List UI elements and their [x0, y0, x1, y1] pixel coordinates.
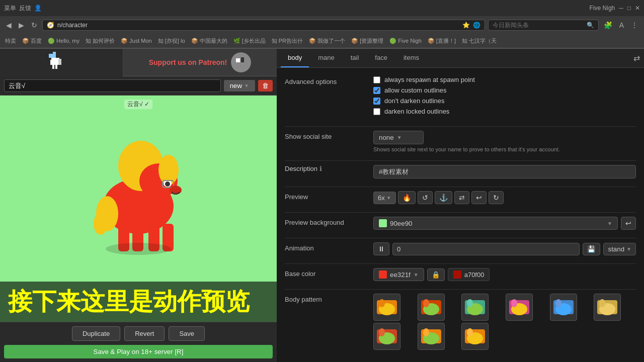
search-input[interactable]: [493, 22, 584, 29]
pattern-item-9[interactable]: [461, 323, 489, 350]
preview-undo-btn[interactable]: ↩: [471, 191, 487, 204]
translate-icon: 🌐: [473, 22, 480, 29]
user-icon[interactable]: 👤: [34, 5, 42, 12]
preview-refresh-btn[interactable]: ↺: [418, 191, 433, 204]
new-button[interactable]: new ▼: [224, 80, 255, 92]
more-btn[interactable]: ⋮: [629, 20, 640, 30]
animation-type-button[interactable]: stand ▼: [603, 243, 636, 255]
divider-3: [285, 187, 636, 187]
description-content: [373, 165, 636, 178]
description-label: Description: [285, 165, 317, 172]
zoom-button[interactable]: 6x ▼: [373, 192, 396, 204]
bookmark-1[interactable]: 📦 百度: [20, 37, 44, 45]
character-name-input[interactable]: [4, 79, 221, 92]
save-button[interactable]: Save: [169, 326, 205, 341]
pony-svg: [53, 96, 224, 266]
pattern-item-8[interactable]: [418, 323, 445, 350]
close-btn[interactable]: ✕: [635, 5, 640, 12]
bookmark-4[interactable]: 📦 Just Mon: [119, 37, 154, 45]
animation-label: Animation: [285, 242, 365, 252]
right-panel[interactable]: body mane tail face items ⇄ Advanced opt…: [277, 49, 644, 362]
forward-button[interactable]: ▶: [17, 20, 26, 30]
pattern-item-2[interactable]: [418, 294, 445, 321]
translate-btn[interactable]: A: [617, 20, 626, 30]
support-text[interactable]: Support us on Patreon!: [149, 58, 227, 66]
bookmark-11[interactable]: 🟢 Five Nigh: [387, 37, 424, 45]
social-dropdown[interactable]: none ▼: [373, 131, 424, 144]
browser-titlebar: 菜单 反馈 👤 Five Nigh ─ □ ✕: [0, 0, 644, 16]
animation-save-button[interactable]: 💾: [583, 243, 600, 255]
duplicate-button[interactable]: Duplicate: [72, 326, 120, 341]
tab-body[interactable]: body: [281, 49, 309, 67]
minimize-btn[interactable]: ─: [619, 5, 623, 12]
tab-face[interactable]: face: [368, 49, 394, 67]
bg-reset-button[interactable]: ↩: [621, 217, 636, 230]
bookmark-9[interactable]: 📦 我做了一个: [307, 37, 347, 45]
preview-anchor-btn[interactable]: ⚓: [435, 191, 452, 204]
show-social-section: Show social site none ▼ Shows social sit…: [285, 131, 636, 152]
animation-section: Animation ⏸ 💾 stand ▼: [285, 242, 636, 255]
preview-background-content: 90ee90 ▼ ↩: [373, 217, 636, 230]
base-color-button[interactable]: ee321f ▼: [373, 268, 424, 281]
bookmark-2[interactable]: 🟢 Hello, my: [46, 37, 82, 45]
divider-5: [285, 238, 636, 238]
delete-button[interactable]: 🗑: [258, 80, 273, 92]
maximize-btn[interactable]: □: [627, 5, 631, 12]
feedback-text[interactable]: 反馈: [19, 4, 31, 13]
animation-controls: ⏸ 💾 stand ▼: [373, 242, 636, 255]
description-input[interactable]: [373, 165, 636, 178]
preview-fire-btn[interactable]: 🔥: [398, 191, 416, 204]
bookmark-3[interactable]: 知 如何评价: [84, 37, 117, 45]
titlebar-left: 菜单 反馈 👤: [4, 4, 42, 13]
always-respawn-checkbox[interactable]: [373, 76, 380, 83]
darken-locked-checkbox[interactable]: [373, 108, 380, 115]
preview-section: Preview 6x ▼ 🔥 ↺ ⚓ ⇄ ↩ ↻: [285, 191, 636, 204]
preview-swap-btn[interactable]: ⇄: [454, 191, 469, 204]
svg-rect-4: [55, 65, 57, 69]
back-button[interactable]: ◀: [4, 20, 14, 30]
bookmark-8[interactable]: 知 PR告出什: [270, 37, 305, 45]
bookmark-12[interactable]: 📦 [直播！]: [426, 37, 458, 45]
animation-pause-button[interactable]: ⏸: [373, 242, 389, 255]
svg-rect-5: [50, 60, 52, 65]
allow-custom-outlines-checkbox[interactable]: [373, 87, 380, 94]
revert-button[interactable]: Revert: [124, 326, 165, 341]
dont-darken-outlines-checkbox[interactable]: [373, 98, 380, 105]
divider-7: [285, 289, 636, 290]
base-color-content: ee321f ▼ 🔒 a70f00: [373, 268, 636, 281]
tab-items[interactable]: items: [396, 49, 426, 67]
description-help-icon[interactable]: ℹ: [319, 165, 322, 172]
tab-tail[interactable]: tail: [344, 49, 366, 67]
base-color-lock-button[interactable]: 🔒: [427, 268, 445, 281]
bookmark-0[interactable]: 特卖: [3, 37, 18, 45]
svg-rect-2: [51, 58, 59, 65]
anim-chevron-icon: ▼: [626, 246, 631, 252]
search-icon[interactable]: 🔍: [587, 22, 594, 29]
menu-text[interactable]: 菜单: [4, 4, 16, 13]
extensions-btn[interactable]: 🧩: [602, 20, 614, 30]
pattern-item-3[interactable]: [461, 294, 489, 321]
address-text[interactable]: n/character: [57, 22, 459, 29]
preview-background-label: Preview background: [285, 217, 365, 226]
pattern-item-4[interactable]: [506, 294, 533, 321]
pattern-item-6[interactable]: [594, 294, 621, 321]
bookmark-10[interactable]: 📦 [资源整理: [349, 37, 385, 45]
pattern-svg-4: [507, 295, 531, 319]
animation-value-input[interactable]: [392, 243, 580, 255]
pattern-item-7[interactable]: [373, 323, 400, 350]
tab-mane[interactable]: mane: [311, 49, 342, 67]
swap-icon[interactable]: ⇄: [633, 53, 640, 63]
checkbox-always-respawn: always respawn at spawn point: [373, 76, 636, 83]
preview-redo-btn[interactable]: ↻: [489, 191, 504, 204]
bookmark-5[interactable]: 知 [亦役] lo: [156, 37, 187, 45]
preview-background-section: Preview background 90ee90 ▼ ↩: [285, 217, 636, 230]
bookmark-13[interactable]: 知 七汉字（天: [460, 37, 499, 45]
bg-color-button[interactable]: 90ee90 ▼: [373, 217, 618, 230]
pattern-item-5[interactable]: [550, 294, 577, 321]
refresh-button[interactable]: ↻: [29, 20, 39, 30]
bookmark-6[interactable]: 📦 中国最大的: [189, 37, 229, 45]
save-play-button[interactable]: Save & Play on 18+ server [R]: [4, 345, 273, 358]
pattern-item-1[interactable]: [373, 294, 400, 321]
bookmark-7[interactable]: 🌿 [乡长出品: [231, 37, 268, 45]
pattern-grid: [373, 294, 636, 350]
